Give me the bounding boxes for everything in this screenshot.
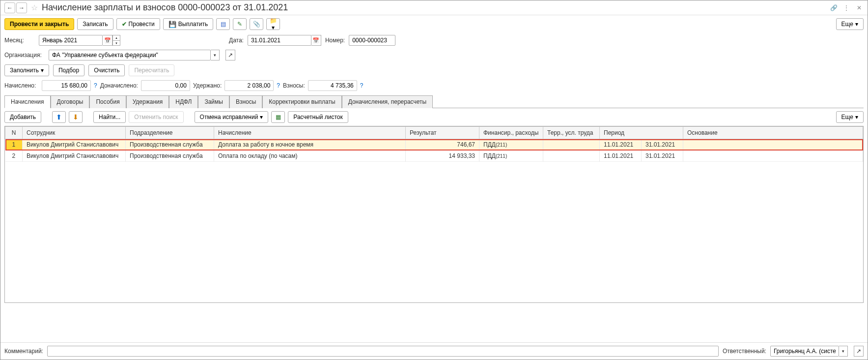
tab-loans[interactable]: Займы [198, 95, 229, 108]
col-employee[interactable]: Сотрудник [23, 127, 126, 139]
org-open-button[interactable]: ↗ [225, 50, 235, 60]
post-label: Провести [129, 21, 155, 28]
nav-back-button[interactable]: ← [4, 2, 15, 13]
cell-period-end: 31.01.2021 [642, 139, 683, 150]
recalc-button[interactable]: Пересчитать [129, 64, 174, 76]
clip-icon: 📎 [253, 21, 260, 28]
extra-value [141, 80, 190, 91]
cell-department: Производственная служба [126, 150, 214, 162]
cancel-fixes-button[interactable]: Отмена исправлений▾ [195, 111, 269, 123]
withheld-label: Удержано: [193, 82, 222, 89]
sheet-icon-button[interactable]: ▤ [216, 18, 230, 30]
grid-icon-button[interactable]: ▦ [271, 111, 285, 123]
month-label: Месяц: [4, 37, 35, 44]
cell-basis [683, 139, 863, 150]
folder-icon: 📁▾ [270, 17, 277, 31]
tab-contributions[interactable]: Взносы [229, 95, 262, 108]
main-toolbar: Провести и закрыть Записать ✔Провести 💾В… [0, 15, 868, 33]
accruals-table[interactable]: N Сотрудник Подразделение Начисление Рез… [4, 126, 864, 303]
accrued-value [42, 80, 91, 91]
clear-button[interactable]: Очистить [88, 64, 125, 76]
kebab-menu-icon[interactable]: ⋮ [842, 3, 851, 12]
cell-employee: Викулов Дмитрий Станиславович [23, 150, 126, 162]
col-basis[interactable]: Основание [683, 127, 863, 139]
table-row[interactable]: 1 Викулов Дмитрий Станиславович Производ… [5, 139, 863, 150]
table-row[interactable]: 2 Викулов Дмитрий Станиславович Производ… [5, 150, 863, 162]
folder-icon-button[interactable]: 📁▾ [266, 18, 280, 30]
more-label: Еще [841, 21, 853, 28]
col-department[interactable]: Подразделение [126, 127, 214, 139]
cell-result: 746,67 [406, 139, 479, 150]
close-icon[interactable]: ✕ [855, 3, 864, 12]
cell-n: 2 [5, 150, 23, 162]
pencil-icon: ✎ [237, 21, 242, 28]
contrib-help-icon[interactable]: ? [360, 82, 364, 89]
save-button[interactable]: Записать [77, 18, 113, 30]
cell-result: 14 933,33 [406, 150, 479, 162]
arrow-down-icon: ⬇ [73, 113, 79, 121]
responsible-input[interactable] [770, 346, 839, 357]
cell-financing: ПДД(211) [479, 139, 543, 150]
cancel-search-button[interactable]: Отменить поиск [129, 111, 183, 123]
col-result[interactable]: Результат [406, 127, 479, 139]
grid-icon: ▦ [276, 114, 281, 120]
chevron-down-icon: ▾ [855, 21, 858, 28]
date-input[interactable] [248, 35, 311, 46]
attach-icon-button[interactable]: 📎 [250, 18, 263, 30]
tab-toolbar: Добавить ⬆ ⬇ Найти... Отменить поиск Отм… [0, 108, 868, 126]
cell-basis [683, 150, 863, 162]
comment-input[interactable] [47, 346, 719, 357]
post-button[interactable]: ✔Провести [116, 18, 160, 30]
col-n[interactable]: N [5, 127, 23, 139]
withheld-value [224, 80, 274, 91]
cell-territory [543, 139, 600, 150]
tabs-bar: Начисления Договоры Пособия Удержания НД… [4, 95, 864, 108]
col-financing[interactable]: Финансир., расходы [479, 127, 543, 139]
tab-more-button[interactable]: Еще▾ [836, 111, 864, 123]
nav-forward-button[interactable]: → [16, 2, 27, 13]
number-input[interactable] [349, 35, 395, 46]
org-dropdown-button[interactable]: ▾ [211, 50, 220, 60]
pick-button[interactable]: Подбор [53, 64, 84, 76]
col-period[interactable]: Период [600, 127, 683, 139]
month-up-button[interactable]: ▲ [112, 35, 120, 40]
tab-deductions[interactable]: Удержания [126, 95, 169, 108]
move-down-button[interactable]: ⬇ [69, 111, 83, 123]
tab-accruals[interactable]: Начисления [4, 95, 51, 108]
month-calendar-button[interactable]: 📅 [103, 35, 112, 46]
move-up-button[interactable]: ⬆ [52, 111, 66, 123]
withheld-help-icon[interactable]: ? [277, 82, 280, 89]
payslip-button[interactable]: Расчетный листок [288, 111, 348, 123]
tab-corrections[interactable]: Корректировки выплаты [262, 95, 341, 108]
post-and-close-button[interactable]: Провести и закрыть [4, 18, 74, 30]
org-row: Организация: ▾ ↗ [0, 48, 868, 62]
responsible-open-button[interactable]: ↗ [854, 346, 864, 357]
extra-label: Доначислено: [100, 82, 138, 89]
accrued-help-icon[interactable]: ? [94, 82, 97, 89]
cell-employee: Викулов Дмитрий Станиславович [23, 139, 126, 150]
col-territory[interactable]: Терр., усл. труда [543, 127, 600, 139]
tab-ndfl[interactable]: НДФЛ [169, 95, 198, 108]
col-accrual[interactable]: Начисление [214, 127, 406, 139]
cell-n: 1 [5, 139, 23, 150]
link-icon[interactable]: 🔗 [829, 3, 838, 12]
add-button[interactable]: Добавить [4, 111, 41, 123]
fill-label: Заполнить [10, 67, 39, 74]
responsible-dropdown-button[interactable]: ▾ [839, 346, 848, 357]
window-title: Начисление зарплаты и взносов 0000-00002… [42, 2, 288, 13]
pay-button[interactable]: 💾Выплатить [163, 18, 214, 30]
org-input[interactable] [49, 50, 211, 60]
tab-contracts[interactable]: Договоры [51, 95, 90, 108]
cell-period-start: 11.01.2021 [600, 139, 642, 150]
date-calendar-button[interactable]: 📅 [311, 35, 321, 46]
edit-icon-button[interactable]: ✎ [233, 18, 247, 30]
more-button[interactable]: Еще▾ [836, 18, 864, 30]
find-button[interactable]: Найти... [93, 111, 126, 123]
month-input[interactable] [39, 35, 103, 46]
favorite-star-icon[interactable]: ☆ [31, 3, 38, 12]
month-down-button[interactable]: ▼ [112, 40, 120, 46]
actions-row: Заполнить▾ Подбор Очистить Пересчитать [0, 62, 868, 78]
tab-benefits[interactable]: Пособия [89, 95, 126, 108]
fill-button[interactable]: Заполнить▾ [4, 64, 49, 76]
tab-recalc[interactable]: Доначисления, перерасчеты [342, 95, 433, 108]
